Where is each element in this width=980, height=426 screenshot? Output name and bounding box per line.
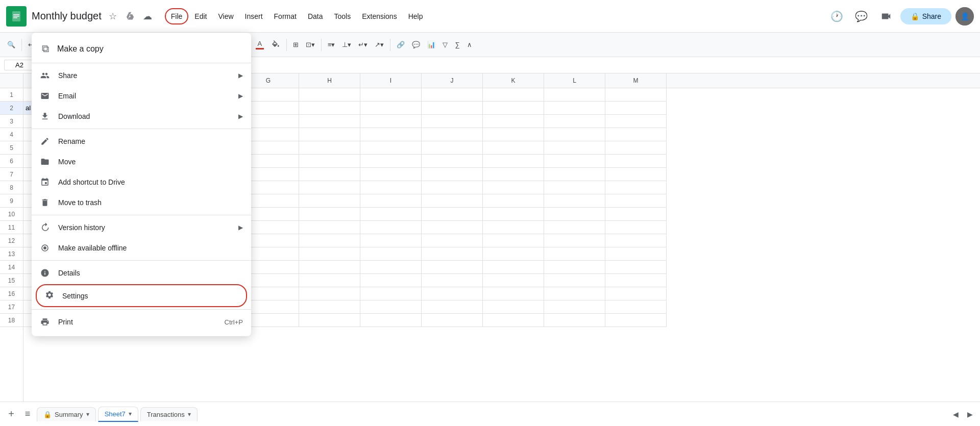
cell-h4[interactable]	[299, 128, 360, 141]
cell-i6[interactable]	[360, 155, 422, 168]
cell-k7[interactable]	[483, 168, 544, 181]
cell-i9[interactable]	[360, 194, 422, 208]
link-btn[interactable]: 🔗	[394, 39, 408, 51]
function-btn[interactable]: ∑	[452, 39, 462, 51]
summary-tab-dropdown-icon[interactable]: ▾	[86, 411, 89, 418]
cell-j1[interactable]	[422, 88, 483, 102]
cell-l1[interactable]	[544, 88, 605, 102]
tab-transactions[interactable]: Transactions ▾	[140, 407, 198, 421]
scroll-right-button[interactable]: ▶	[964, 408, 976, 420]
rename-item[interactable]: Rename	[32, 131, 251, 152]
cell-i8[interactable]	[360, 181, 422, 194]
cell-j5[interactable]	[422, 141, 483, 155]
cell-h9[interactable]	[299, 194, 360, 208]
row-num-13[interactable]: 13	[0, 247, 23, 261]
align-btn[interactable]: ≡▾	[325, 39, 338, 51]
cell-j10[interactable]	[422, 208, 483, 221]
col-header-l[interactable]: L	[544, 73, 605, 88]
cell-k3[interactable]	[483, 115, 544, 128]
cell-l2[interactable]	[544, 102, 605, 115]
col-header-m[interactable]: M	[605, 73, 667, 88]
scroll-left-button[interactable]: ◀	[949, 408, 962, 420]
cell-l6[interactable]	[544, 155, 605, 168]
cell-j11[interactable]	[422, 221, 483, 234]
cell-k4[interactable]	[483, 128, 544, 141]
cell-i11[interactable]	[360, 221, 422, 234]
cell-i7[interactable]	[360, 168, 422, 181]
merge-btn[interactable]: ⊡▾	[303, 39, 318, 51]
details-item[interactable]: Details	[32, 263, 251, 283]
row-num-7[interactable]: 7	[0, 168, 23, 181]
row-num-3[interactable]: 3	[0, 115, 23, 128]
share-item[interactable]: Share ▶	[32, 65, 251, 86]
cell-l9[interactable]	[544, 194, 605, 208]
cell-l5[interactable]	[544, 141, 605, 155]
cell-j7[interactable]	[422, 168, 483, 181]
row-num-10[interactable]: 10	[0, 208, 23, 221]
row-num-1[interactable]: 1	[0, 88, 23, 102]
add-sheet-button[interactable]: +	[4, 407, 18, 421]
star-icon[interactable]: ☆	[106, 9, 120, 23]
cell-j4[interactable]	[422, 128, 483, 141]
cell-j8[interactable]	[422, 181, 483, 194]
shortcut-item[interactable]: Add shortcut to Drive	[32, 172, 251, 192]
cell-j2[interactable]	[422, 102, 483, 115]
cloud-icon[interactable]: ☁	[140, 9, 155, 23]
history-icon[interactable]: 🕐	[827, 6, 847, 27]
cell-m6[interactable]	[605, 155, 667, 168]
sheet7-tab-dropdown-icon[interactable]: ▾	[129, 410, 132, 417]
row-num-18[interactable]: 18	[0, 314, 23, 327]
menu-data[interactable]: Data	[303, 9, 328, 23]
cell-k11[interactable]	[483, 221, 544, 234]
cell-j9[interactable]	[422, 194, 483, 208]
cell-l4[interactable]	[544, 128, 605, 141]
row-num-14[interactable]: 14	[0, 261, 23, 274]
menu-format[interactable]: Format	[269, 9, 302, 23]
cell-h6[interactable]	[299, 155, 360, 168]
borders-btn[interactable]: ⊞	[290, 39, 302, 51]
collapse-btn[interactable]: ∧	[464, 39, 475, 51]
row-num-11[interactable]: 11	[0, 221, 23, 234]
row-num-4[interactable]: 4	[0, 128, 23, 141]
cell-i3[interactable]	[360, 115, 422, 128]
cell-m5[interactable]	[605, 141, 667, 155]
col-header-k[interactable]: K	[483, 73, 544, 88]
cell-h8[interactable]	[299, 181, 360, 194]
cell-h10[interactable]	[299, 208, 360, 221]
cell-j6[interactable]	[422, 155, 483, 168]
cell-h2[interactable]	[299, 102, 360, 115]
chat-icon[interactable]: 💬	[851, 6, 872, 27]
menu-file[interactable]: File	[165, 8, 189, 24]
cell-k10[interactable]	[483, 208, 544, 221]
tab-summary[interactable]: 🔒 Summary ▾	[37, 407, 96, 421]
cell-m9[interactable]	[605, 194, 667, 208]
font-color-btn[interactable]: A	[253, 38, 267, 52]
user-avatar[interactable]: 👤	[955, 7, 974, 26]
offline-item[interactable]: Make available offline	[32, 238, 251, 258]
cell-m8[interactable]	[605, 181, 667, 194]
cell-m1[interactable]	[605, 88, 667, 102]
cell-l3[interactable]	[544, 115, 605, 128]
video-call-icon[interactable]	[876, 6, 896, 27]
cell-l11[interactable]	[544, 221, 605, 234]
row-num-17[interactable]: 17	[0, 300, 23, 314]
cell-i2[interactable]	[360, 102, 422, 115]
fill-color-btn[interactable]	[268, 38, 283, 52]
row-num-2[interactable]: 2	[0, 102, 23, 115]
row-num-15[interactable]: 15	[0, 274, 23, 287]
row-num-9[interactable]: 9	[0, 194, 23, 208]
cell-reference[interactable]	[4, 60, 35, 70]
cell-k8[interactable]	[483, 181, 544, 194]
cell-i1[interactable]	[360, 88, 422, 102]
row-num-12[interactable]: 12	[0, 234, 23, 247]
sheets-logo[interactable]	[6, 6, 27, 27]
col-header-h[interactable]: H	[299, 73, 360, 88]
col-header-j[interactable]: J	[422, 73, 483, 88]
trash-item[interactable]: Move to trash	[32, 192, 251, 213]
cell-m10[interactable]	[605, 208, 667, 221]
cell-l7[interactable]	[544, 168, 605, 181]
tab-sheet7[interactable]: Sheet7 ▾	[98, 407, 138, 422]
cell-k2[interactable]	[483, 102, 544, 115]
cell-h7[interactable]	[299, 168, 360, 181]
settings-item[interactable]: Settings	[36, 284, 247, 307]
